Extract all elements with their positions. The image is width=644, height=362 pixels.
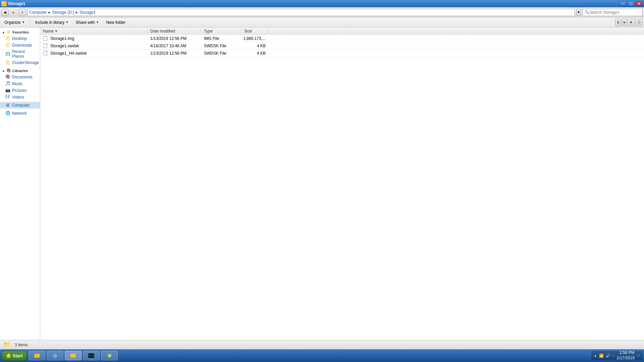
libraries-header[interactable]: ▲ 📚 Libraries [0, 67, 40, 74]
file-type-1: SWDSK File [201, 44, 241, 48]
close-button[interactable]: ✕ [635, 1, 643, 6]
network-label: Network [12, 111, 27, 116]
sidebar-item-desktop[interactable]: 🗄 Desktop [0, 35, 40, 42]
col-name-label: Name [43, 29, 54, 34]
file-icon-0 [43, 36, 48, 41]
tray-expand-icon[interactable]: ▲ [594, 354, 597, 357]
share-with-button[interactable]: Share with ▼ [73, 18, 102, 26]
file-name-text-1: Storage1.swdsk [50, 44, 79, 48]
search-icon: 🔍 [585, 10, 589, 14]
file-name-text-2: Storage1_HA.swdsk [50, 51, 87, 56]
start-label: Start [13, 353, 23, 358]
taskbar: ⭐ Start C:\> W ▲ 📶 [0, 349, 644, 362]
column-headers: Name ▼ Date modified Type Size [40, 27, 644, 35]
file-name-0: Storage1.img [40, 36, 148, 41]
col-header-size[interactable]: Size [241, 29, 268, 34]
desktop-icon: 🗄 [5, 36, 11, 41]
col-header-type[interactable]: Type [201, 29, 241, 34]
file-size-2: 4 KB [241, 51, 268, 56]
minimize-button[interactable]: − [619, 1, 627, 6]
main-layout: ▲ ⭐ Favorites 🗄 Desktop 🗄 Downloads 📇 Re… [0, 27, 644, 340]
start-button[interactable]: ⭐ Start [1, 351, 27, 361]
view-area: ☰ ▼ 👁 ⓘ [615, 19, 643, 26]
status-folder-icon: 📁 [3, 341, 11, 349]
libraries-collapse-icon: ▲ [2, 69, 5, 72]
taskbar-file-manager-icon [34, 352, 40, 359]
organize-arrow-icon: ▼ [22, 21, 25, 24]
path-storage1[interactable]: Storage1 [79, 10, 96, 15]
share-with-arrow-icon: ▼ [96, 21, 99, 24]
window-icon [1, 1, 7, 6]
sidebar-item-cluster-storage[interactable]: 🗄 ClusterStorage [0, 59, 40, 66]
view-button[interactable]: ☰ [615, 19, 621, 26]
col-header-date[interactable]: Date modified [148, 29, 201, 34]
sidebar-item-pictures[interactable]: 📷 Pictures [0, 87, 40, 94]
details-button[interactable]: ⓘ [635, 19, 643, 26]
organize-button[interactable]: Organize ▼ [1, 18, 28, 26]
include-library-label: Include in library [35, 20, 64, 25]
favorites-collapse-icon: ▲ [2, 31, 5, 34]
file-date-0: 1/13/2019 12:56 PM [148, 36, 201, 41]
file-name-1: Storage1.swdsk [40, 43, 148, 49]
svg-rect-1 [2, 2, 4, 3]
title-bar: Storage1 − □ ✕ [0, 0, 644, 7]
sidebar-item-network[interactable]: 🌐 Network [0, 110, 40, 117]
network-icon: 🌐 [5, 111, 11, 116]
taskbar-item-file-manager[interactable] [29, 351, 45, 360]
documents-label: Documents [12, 75, 33, 79]
search-input[interactable] [589, 10, 636, 15]
address-bar: ◀ ▶ ⇧ Computer ► Storage (D:) ► Storage1… [0, 7, 644, 17]
show-desktop-icon[interactable]: □ [637, 354, 640, 357]
desktop-label: Desktop [12, 36, 27, 41]
favorites-section: ▲ ⭐ Favorites 🗄 Desktop 🗄 Downloads 📇 Re… [0, 29, 40, 66]
address-path[interactable]: Computer ► Storage (D:) ► Storage1 [28, 9, 575, 16]
preview-button[interactable]: 👁 [627, 19, 635, 26]
view-dropdown[interactable]: ▼ [622, 19, 627, 26]
taskbar-storage-icon [70, 352, 76, 359]
sidebar-item-videos[interactable]: 🎞 Videos [0, 94, 40, 101]
sidebar-item-music[interactable]: 🎵 Music [0, 80, 40, 87]
file-row-0[interactable]: Storage1.img 1/13/2019 12:56 PM IMG File… [40, 35, 644, 42]
sidebar-item-documents[interactable]: 📚 Documents [0, 74, 40, 80]
file-date-1: 4/16/2017 10:46 AM [148, 44, 201, 48]
libraries-section: ▲ 📚 Libraries 📚 Documents 🎵 Music 📷 Pict… [0, 67, 40, 101]
organize-label: Organize [4, 20, 21, 25]
up-button[interactable]: ⇧ [19, 9, 26, 16]
file-name-2: Storage1_HA.swdsk [40, 51, 148, 56]
file-type-2: SWDSK File [201, 51, 241, 56]
documents-icon: 📚 [5, 74, 11, 80]
new-folder-button[interactable]: New folder [103, 18, 128, 26]
sidebar-item-downloads[interactable]: 🗄 Downloads [0, 42, 40, 49]
svg-text:W: W [108, 354, 111, 358]
content-area: Name ▼ Date modified Type Size Storage1.… [40, 27, 644, 340]
path-storage-d[interactable]: Storage (D:) [52, 10, 74, 15]
svg-rect-6 [34, 354, 37, 355]
favorites-label: Favorites [12, 30, 29, 34]
search-box: 🔍 [582, 9, 643, 16]
libraries-label: Libraries [12, 69, 28, 73]
taskbar-item-terminal[interactable]: C:\> [83, 351, 100, 360]
pictures-icon: 📷 [5, 88, 11, 93]
sidebar-item-computer[interactable]: 🖥 Computer [0, 102, 40, 109]
favorites-header[interactable]: ▲ ⭐ Favorites [0, 29, 40, 35]
include-library-button[interactable]: Include in library ▼ [32, 18, 71, 26]
taskbar-item-storage[interactable] [65, 351, 82, 360]
file-row-2[interactable]: Storage1_HA.swdsk 1/13/2019 12:56 PM SWD… [40, 50, 644, 57]
col-header-name[interactable]: Name ▼ [40, 29, 148, 34]
window-title: Storage1 [8, 1, 25, 6]
back-button[interactable]: ◀ [1, 9, 9, 16]
sidebar-item-recent-places[interactable]: 📇 Recent Places [0, 49, 40, 59]
maximize-button[interactable]: □ [627, 1, 635, 6]
toolbar: Organize ▼ Include in library ▼ Share wi… [0, 17, 644, 27]
system-clock[interactable]: 2:58 PM 1/17/2019 [616, 350, 634, 361]
path-computer[interactable]: Computer [29, 10, 47, 15]
taskbar-item-browser[interactable] [47, 351, 63, 360]
computer-label: Computer [12, 103, 30, 108]
col-date-label: Date modified [150, 29, 175, 34]
file-type-0: IMG File [201, 36, 241, 41]
taskbar-item-extra[interactable]: W [101, 351, 118, 360]
taskbar-terminal-icon: C:\> [88, 352, 95, 359]
forward-button[interactable]: ▶ [10, 9, 17, 16]
file-row-1[interactable]: Storage1.swdsk 4/16/2017 10:46 AM SWDSK … [40, 42, 644, 50]
address-dropdown[interactable]: ▼ [576, 9, 581, 16]
